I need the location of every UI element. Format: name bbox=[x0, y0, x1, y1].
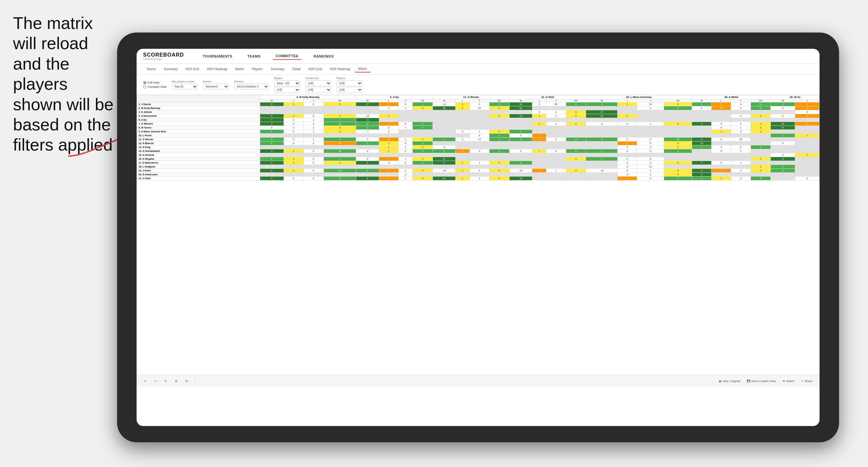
matrix-cell: 3 bbox=[260, 161, 284, 165]
matrix-cell bbox=[509, 118, 532, 122]
zoom-btn[interactable]: ⊕ bbox=[173, 378, 180, 384]
full-view-option[interactable]: Full View bbox=[143, 81, 166, 84]
matrix-cell: 1 bbox=[284, 161, 303, 165]
matrix-cell: 2 bbox=[356, 122, 379, 126]
sub-t4: T bbox=[546, 99, 566, 102]
matrix-cell: 0 bbox=[470, 102, 489, 106]
conference-select[interactable]: (All) bbox=[305, 80, 331, 86]
matrix-cell bbox=[456, 126, 470, 130]
sub-dif2: Dif bbox=[413, 99, 433, 102]
compact-view-option[interactable]: Compact View bbox=[143, 85, 166, 89]
matrix-cell: 0 bbox=[413, 157, 433, 161]
players-sub-select[interactable]: (All) bbox=[337, 87, 363, 93]
subnav-summary2[interactable]: Summary bbox=[267, 66, 288, 72]
sub-dif3: Dif bbox=[489, 99, 509, 102]
player-name-cell: 14. S Srichantamit bbox=[137, 149, 260, 153]
subnav-h2h-heatmap1[interactable]: H2H Heatmap bbox=[204, 66, 230, 72]
matrix-cell bbox=[664, 130, 692, 134]
region-select[interactable]: East - DII bbox=[274, 80, 300, 86]
nav-teams[interactable]: TEAMS bbox=[245, 53, 263, 60]
matrix-cell bbox=[489, 165, 509, 169]
matrix-cell: 2 bbox=[509, 130, 532, 134]
matrix-cell: 0 bbox=[566, 169, 586, 173]
matrix-cell bbox=[456, 173, 470, 177]
matrix-cell: 1 bbox=[489, 134, 509, 137]
full-view-radio[interactable] bbox=[143, 81, 146, 84]
matrix-cell bbox=[566, 118, 586, 122]
division-select[interactable]: NCAA Division II bbox=[234, 84, 269, 89]
matrix-cell: 1 bbox=[637, 106, 664, 110]
matrix-cell: 1 bbox=[379, 149, 398, 153]
matrix-cell: 0 bbox=[731, 114, 751, 118]
refresh-btn[interactable]: ↻ bbox=[163, 378, 169, 384]
matrix-cell: 1 bbox=[731, 161, 751, 165]
matrix-cell bbox=[795, 137, 819, 142]
sub-w2: W bbox=[356, 99, 379, 102]
matrix-cell: 1 bbox=[795, 134, 819, 137]
subnav-h2h-grid2[interactable]: H2H Grid bbox=[305, 66, 325, 72]
subnav-matrix2[interactable]: Matrix bbox=[355, 66, 370, 72]
matrix-cell: 25 bbox=[692, 142, 711, 145]
matrix-cell: 0 bbox=[456, 130, 470, 134]
matrix-cell: 1 bbox=[456, 102, 470, 106]
sub-t1: T bbox=[304, 99, 323, 102]
subnav-players[interactable]: Players bbox=[249, 66, 266, 72]
matrix-cell: 1 bbox=[664, 177, 692, 181]
matrix-cell bbox=[566, 142, 586, 145]
matrix-cell: 1 bbox=[618, 102, 637, 106]
matrix-cell bbox=[532, 106, 546, 110]
subnav-h2h-grid1[interactable]: H2H Grid bbox=[182, 66, 202, 72]
matrix-cell: 14 bbox=[509, 114, 532, 118]
matrix-cell bbox=[751, 173, 771, 177]
matrix-container[interactable]: 2. M Kelly Mulcahy 6. A Dy 11. G Woods 2… bbox=[136, 95, 819, 375]
compact-view-radio[interactable] bbox=[143, 85, 146, 89]
matrix-cell: 11 bbox=[637, 165, 664, 169]
max-players-select[interactable]: Top 25 bbox=[172, 84, 198, 89]
conference-sub-select[interactable]: (All) bbox=[305, 87, 331, 93]
save-custom-btn[interactable]: 💾 Save Custom View bbox=[745, 378, 778, 384]
subnav-summary1[interactable]: Summary bbox=[160, 66, 181, 72]
nav-rankings[interactable]: RANKINGS bbox=[311, 53, 337, 60]
gender-select[interactable]: Women's bbox=[203, 84, 229, 89]
nav-committee[interactable]: COMMITTEE bbox=[273, 53, 301, 60]
share-btn[interactable]: ↗ Share bbox=[799, 378, 814, 384]
undo-btn[interactable]: ↩ bbox=[142, 378, 148, 384]
matrix-cell: 0 bbox=[618, 173, 637, 177]
redo-btn[interactable]: ↪ bbox=[152, 378, 159, 384]
watch-icon: 👁 bbox=[782, 379, 785, 383]
matrix-cell bbox=[795, 173, 819, 177]
region-sub-select[interactable]: (All) bbox=[274, 87, 300, 93]
matrix-cell: 1 bbox=[284, 114, 303, 118]
settings-btn[interactable]: ⚙ bbox=[183, 378, 190, 384]
matrix-cell bbox=[751, 153, 771, 157]
matrix-cell bbox=[586, 161, 618, 165]
matrix-cell: 0 bbox=[664, 122, 692, 126]
matrix-cell: 1 bbox=[456, 106, 470, 110]
matrix-cell: 4 bbox=[323, 137, 356, 142]
subnav-teams[interactable]: Teams bbox=[143, 66, 159, 72]
subnav-detail[interactable]: Detail bbox=[289, 66, 304, 72]
matrix-cell: 0 bbox=[489, 161, 509, 165]
matrix-cell bbox=[470, 153, 489, 157]
matrix-cell: 11 bbox=[751, 102, 771, 106]
matrix-cell bbox=[433, 130, 456, 134]
view-original-btn[interactable]: ◉ View: Original bbox=[717, 378, 742, 384]
matrix-cell bbox=[546, 177, 566, 181]
matrix-cell: 0 bbox=[284, 118, 303, 122]
subnav-h2h-heatmap2[interactable]: H2H Heatmap bbox=[327, 66, 353, 72]
col-header-schumac: 23. L Marie Schumac bbox=[586, 95, 692, 99]
matrix-cell: 3 bbox=[260, 149, 284, 153]
matrix-cell: 2 bbox=[795, 102, 819, 106]
matrix-cell bbox=[751, 110, 771, 114]
matrix-cell: 0 bbox=[398, 142, 412, 145]
matrix-cell bbox=[509, 165, 532, 169]
matrix-cell: 27 bbox=[356, 102, 379, 106]
watch-btn[interactable]: 👁 Watch bbox=[780, 378, 797, 384]
matrix-cell: 0 bbox=[618, 169, 637, 173]
nav-tournaments[interactable]: TOURNAMENTS bbox=[200, 53, 235, 60]
subnav-matrix1[interactable]: Matrix bbox=[232, 66, 247, 72]
table-row: 6. A Dy701111 bbox=[137, 118, 819, 122]
matrix-cell: 13 bbox=[795, 114, 819, 118]
matrix-cell: 4 bbox=[692, 169, 711, 173]
players-select[interactable]: (All) bbox=[337, 80, 363, 86]
